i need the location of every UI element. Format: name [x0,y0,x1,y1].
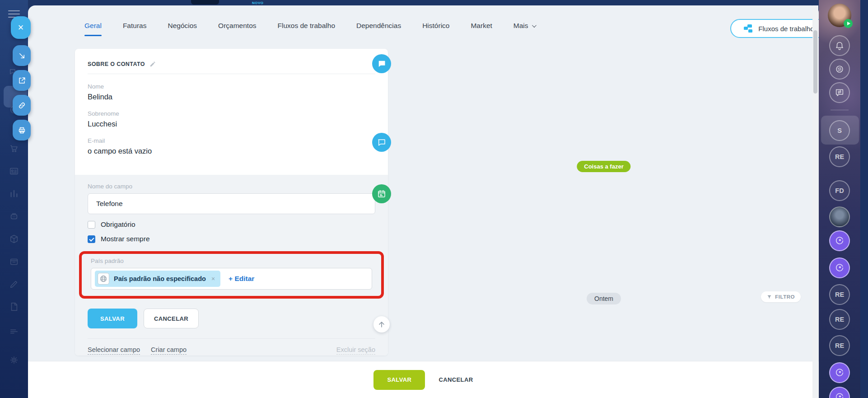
sidebar-item-contacts[interactable] [9,166,19,176]
country-chip-text: País padrão não especificado [114,275,206,282]
tab-negocios[interactable]: Negócios [168,22,197,30]
rail-divider [831,110,849,110]
required-label: Obrigatório [101,220,135,229]
rail-edge [860,0,868,398]
edit-pencil-icon[interactable] [149,61,156,67]
create-field-link[interactable]: Criar campo [151,346,187,355]
sidebar-item-list[interactable] [9,326,19,336]
rail-bot-1[interactable] [829,230,850,251]
ai-bot-icon [835,263,845,273]
ai-bot-icon [835,368,845,378]
required-checkbox[interactable] [88,221,95,229]
sidebar-item-products[interactable] [9,234,19,244]
funnel-icon [767,295,772,300]
modal-footer-bar: SALVAR CANCELAR [28,361,819,398]
tab-market[interactable]: Market [471,22,492,30]
rail-item-re-1[interactable]: RE [829,146,850,167]
chat-bubble-icon[interactable] [372,133,391,152]
workflow-icon [744,24,754,33]
chat-sync-icon [835,88,845,98]
activity-chat-icon[interactable] [372,54,391,73]
conversations-button[interactable] [829,82,850,103]
rail-item-s[interactable]: S [829,120,850,141]
sidebar-item-bot[interactable] [9,211,19,221]
sidebar-item-stats[interactable] [9,189,19,199]
contact-card: SOBRE O CONTATO Nome Belinda Sobrenome L… [75,49,388,356]
show-always-checkbox-row[interactable]: Mostrar sempre [88,235,375,243]
scrollbar-track[interactable] [812,5,818,398]
play-badge-icon [844,19,853,28]
field-save-button[interactable]: SALVAR [88,309,137,328]
todo-badge: Coisas a fazer [577,161,630,172]
sidebar-item-edit[interactable] [9,279,19,289]
tab-orcamentos[interactable]: Orçamentos [218,22,256,30]
print-button[interactable] [13,120,31,140]
notifications-button[interactable] [829,35,850,56]
required-checkbox-row[interactable]: Obrigatório [88,220,375,229]
sidebar-item-documents[interactable] [9,302,19,312]
tab-geral[interactable]: Geral [84,22,102,30]
close-button[interactable]: × [11,16,31,39]
tab-fluxos[interactable]: Fluxos de trabalho [278,22,336,30]
tab-mais[interactable]: Mais [513,22,535,30]
chevron-down-icon [532,23,537,28]
field-cancel-button[interactable]: CANCELAR [144,309,199,328]
select-field-link[interactable]: Selecionar campo [88,346,140,355]
rail-item-re-4[interactable]: RE [829,335,850,356]
background-novo-label: NOVO [252,1,264,5]
rail-bot-2[interactable] [829,258,850,278]
highlighted-country-field: País padrão País padrão não especificado… [79,251,384,299]
open-external-button[interactable] [13,70,31,91]
tab-dependencias[interactable]: Dependências [356,22,401,30]
link-icon [18,101,26,110]
scroll-to-top-button[interactable] [373,316,390,332]
tab-historico[interactable]: Histórico [422,22,449,30]
save-button[interactable]: SALVAR [373,370,425,390]
printer-icon [18,126,26,135]
minimize-button[interactable] [13,45,31,66]
cancel-button[interactable]: CANCELAR [439,376,473,383]
copy-link-button[interactable] [13,95,31,116]
background-tab-remnant [191,0,219,5]
rail-avatar-2[interactable] [829,206,850,227]
spiral-icon [835,64,845,74]
show-always-checkbox[interactable] [88,235,95,243]
country-chip[interactable]: País padrão não especificado × [95,271,220,287]
sidebar-item-cart[interactable] [9,144,19,154]
external-link-icon [18,76,26,85]
field-name-input[interactable] [88,193,375,214]
email-label: E-mail [88,137,375,144]
records-button[interactable] [829,59,850,80]
section-title: SOBRE O CONTATO [88,61,145,67]
delete-section-link[interactable]: Excluir seção [336,346,375,355]
rail-item-re-3[interactable]: RE [829,309,850,330]
rail-item-re-2[interactable]: RE [829,284,850,305]
contact-modal: Geral Faturas Negócios Orçamentos Fluxos… [28,5,819,398]
rail-bot-3[interactable] [829,362,850,383]
profile-avatar[interactable] [828,4,851,27]
rail-item-fd[interactable]: FD [829,180,850,201]
field-editor-section: Nome do campo Obrigatório Mostrar sempre… [75,175,388,356]
name-value[interactable]: Belinda [88,93,375,101]
sidebar-item-storage[interactable] [9,257,19,267]
scrollbar-thumb[interactable] [813,30,817,94]
filter-button[interactable]: FILTRO [761,291,801,302]
bell-icon [835,41,845,51]
country-label: País padrão [91,258,372,264]
ai-bot-icon [835,392,845,398]
email-value[interactable]: o campo está vazio [88,147,375,155]
show-always-label: Mostrar sempre [101,235,150,243]
right-user-rail: S RE FD RE RE RE [819,0,868,398]
ai-bot-icon [835,236,845,246]
yesterday-badge: Ontem [587,293,621,304]
rail-bot-4[interactable] [829,387,850,398]
arrow-down-right-icon [18,52,26,60]
country-input[interactable]: País padrão não especificado × + Editar [91,268,372,290]
chip-remove-icon[interactable]: × [211,275,215,282]
country-edit-link[interactable]: + Editar [229,275,254,283]
sidebar-item-settings[interactable] [9,355,19,365]
tab-faturas[interactable]: Faturas [123,22,147,30]
surname-value[interactable]: Lucchesi [88,120,375,128]
surname-label: Sobrenome [88,110,375,117]
appointment-calendar-icon[interactable] [372,184,391,203]
